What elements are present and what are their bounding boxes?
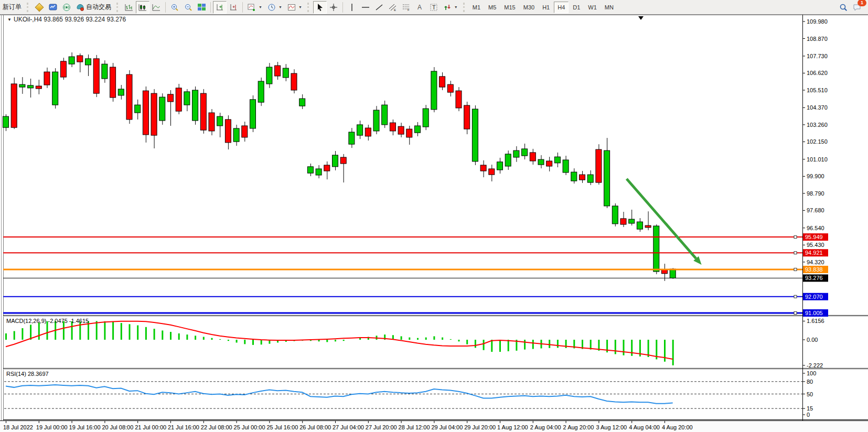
time-tick-label: 26 Jul 08:00	[299, 424, 331, 430]
dropdown-caret: ▼	[454, 5, 458, 9]
time-tick-label: 29 Jul 20:00	[464, 424, 496, 430]
timeframe-m30[interactable]: M30	[520, 2, 538, 13]
price-tick-label: 105.510	[807, 87, 828, 93]
candle	[126, 74, 132, 120]
candle	[19, 84, 25, 87]
notifications-button[interactable]: 1	[850, 1, 864, 14]
price-badge-label: 92.070	[805, 294, 823, 300]
line-chart-button[interactable]	[149, 1, 163, 14]
price-badge-label: 93.838	[805, 266, 823, 273]
timeframe-m15[interactable]: M15	[500, 2, 519, 13]
timeframe-h1[interactable]: H1	[539, 2, 553, 13]
text-label-icon: T	[430, 3, 438, 12]
vertical-line-tool-button[interactable]	[345, 1, 359, 14]
vertical-line-icon	[348, 3, 356, 12]
zoom-in-button[interactable]	[168, 1, 181, 14]
line-chart-icon	[152, 3, 160, 12]
price-tick-label: 98.790	[807, 190, 824, 197]
svg-text:A: A	[417, 4, 422, 11]
templates-icon	[287, 3, 296, 12]
candle	[571, 172, 577, 181]
metaeditor-button[interactable]	[33, 1, 46, 14]
price-badge-label: 94.921	[805, 250, 823, 256]
price-tick-label: 106.620	[807, 70, 828, 76]
line-handle[interactable]	[794, 252, 797, 254]
search-button[interactable]	[837, 1, 850, 14]
bar-chart-icon	[125, 3, 133, 12]
timeframe-d1[interactable]: D1	[569, 2, 584, 13]
candle	[299, 99, 305, 106]
price-tick-label: 104.370	[807, 104, 828, 111]
channel-tool-button[interactable]: E	[386, 1, 400, 14]
periods-clock-icon	[267, 3, 276, 12]
templates-button[interactable]: ▼	[285, 1, 305, 14]
crosshair-tool-button[interactable]	[327, 1, 340, 14]
line-handle[interactable]	[794, 311, 797, 314]
candle	[93, 59, 99, 93]
trendline-tool-button[interactable]	[372, 1, 386, 14]
candle	[192, 90, 198, 121]
bar-chart-button[interactable]	[122, 1, 136, 14]
time-tick-label: 3 Aug 12:00	[596, 424, 627, 430]
cursor-tool-button[interactable]	[313, 1, 327, 14]
toolbar-grip[interactable]	[463, 3, 467, 12]
fibonacci-tool-button[interactable]: F	[400, 1, 413, 14]
candle	[52, 72, 58, 105]
toolbar-grip[interactable]	[116, 3, 121, 12]
candle	[60, 61, 66, 77]
candle	[563, 160, 569, 172]
arrows-tool-button[interactable]: ▼	[441, 1, 460, 14]
cursor-icon	[316, 3, 324, 12]
main-toolbar: 新订单 自动交易	[0, 0, 868, 15]
line-handle[interactable]	[794, 268, 797, 271]
time-tick-label: 25 Jul 00:00	[234, 424, 265, 430]
timeframe-h4[interactable]: H4	[554, 2, 569, 13]
candle	[365, 128, 371, 136]
timeframe-mn[interactable]: MN	[601, 2, 617, 13]
rsi-axis-label: 0	[807, 412, 810, 418]
text-tool-button[interactable]: A	[413, 1, 427, 14]
auto-scroll-button[interactable]	[213, 1, 227, 14]
timeframe-w1[interactable]: W1	[584, 2, 601, 13]
periods-button[interactable]: ▼	[265, 1, 285, 14]
price-tick-label: 99.900	[807, 173, 824, 179]
chart-shift-button[interactable]	[227, 1, 240, 14]
macd-label: MACD(12,26,9) -2.0475 -1.4615	[6, 318, 89, 324]
svg-text:T: T	[432, 4, 436, 10]
time-tick-label: 19 Jul 16:00	[69, 424, 101, 430]
tile-windows-button[interactable]	[195, 1, 208, 14]
price-badge-label: 93.276	[805, 275, 823, 281]
market-watch-button[interactable]	[46, 1, 60, 14]
time-tick-label: 28 Jul 12:00	[399, 424, 430, 430]
timeframe-m1[interactable]: M1	[469, 2, 484, 13]
time-tick-label: 4 Aug 20:00	[662, 424, 693, 430]
line-handle[interactable]	[794, 236, 797, 239]
label-tool-button[interactable]: T	[427, 1, 441, 14]
candle	[102, 64, 108, 79]
rsi-axis-label: 80	[807, 379, 813, 385]
time-tick-label: 2 Aug 20:00	[563, 424, 594, 430]
new-order-button[interactable]: 新订单	[0, 1, 24, 14]
candle	[440, 77, 445, 87]
horizontal-line-tool-button[interactable]	[359, 1, 372, 14]
candle	[480, 165, 486, 171]
indicators-button[interactable]: ▼	[245, 1, 265, 14]
toolbar-grip[interactable]	[27, 3, 31, 12]
time-tick-label: 1 Aug 12:00	[497, 424, 528, 430]
candle	[464, 105, 470, 129]
signals-button[interactable]	[60, 1, 73, 14]
time-tick-label: 18 Jul 2022	[3, 424, 33, 430]
candle	[612, 206, 618, 224]
rsi-axis-label: 50	[807, 391, 813, 397]
candle	[604, 150, 610, 206]
timeframe-m5[interactable]: M5	[485, 2, 500, 13]
zoom-out-button[interactable]	[181, 1, 195, 14]
horizontal-line-icon	[361, 3, 370, 12]
toolbar-grip[interactable]	[307, 3, 312, 12]
line-handle[interactable]	[794, 295, 797, 298]
autotrading-button[interactable]: 自动交易	[73, 1, 114, 14]
candlestick-chart-button[interactable]	[136, 1, 149, 14]
rsi-axis-label: 15	[807, 405, 813, 412]
candle	[637, 222, 642, 229]
candle	[423, 109, 428, 127]
